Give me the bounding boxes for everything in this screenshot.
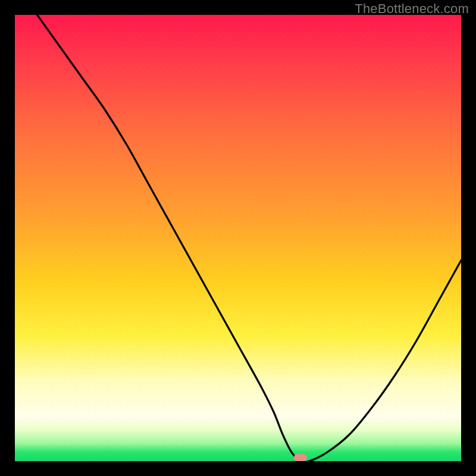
plot-area (15, 15, 461, 461)
bottleneck-curve (15, 15, 461, 461)
curve-path (37, 15, 462, 462)
chart-frame: TheBottleneck.com (0, 0, 476, 476)
optimum-marker (294, 454, 307, 461)
